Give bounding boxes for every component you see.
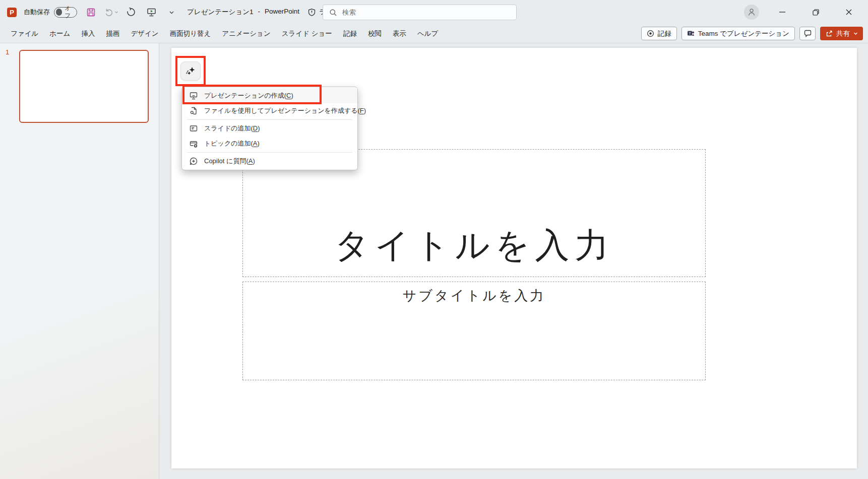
title-bar: P 自動保存 オフ [0, 0, 868, 24]
tab-file[interactable]: ファイル [5, 24, 44, 43]
ribbon-tabs: ファイル ホーム 挿入 描画 デザイン 画面切り替え アニメーション スライド … [5, 24, 444, 43]
toggle-knob [56, 9, 62, 16]
redo-button[interactable] [125, 6, 138, 19]
shield-exclamation-icon [307, 8, 316, 17]
title-separator: - [258, 8, 261, 17]
slide-thumbnail-1[interactable] [19, 50, 149, 123]
menu-separator [187, 119, 352, 120]
close-button[interactable] [839, 4, 859, 21]
teams-icon: T [687, 30, 695, 37]
autosave-label: 自動保存 [24, 8, 50, 17]
undo-button[interactable] [104, 6, 117, 19]
tab-help[interactable]: ヘルプ [412, 24, 444, 43]
account-avatar[interactable] [744, 5, 759, 20]
share-button-label: 共有 [836, 29, 850, 38]
slide-thumbnail-panel: 1 [0, 43, 159, 479]
save-button[interactable] [84, 6, 97, 19]
slide-number: 1 [6, 48, 9, 56]
tab-home[interactable]: ホーム [44, 24, 76, 43]
record-button[interactable]: 記録 [641, 27, 677, 40]
minimize-button[interactable] [772, 4, 792, 21]
tab-view[interactable]: 表示 [387, 24, 412, 43]
autosave-state: オフ [65, 5, 75, 20]
slideshow-podium-icon [146, 7, 157, 18]
teams-button-label: Teams でプレゼンテーション [698, 29, 789, 38]
copilot-button[interactable] [180, 61, 201, 81]
menu-item-label: ファイルを使用してプレゼンテーションを作成する(F) [204, 106, 366, 115]
file-search-icon [189, 106, 198, 115]
menu-item-label: トピックの追加(A) [204, 139, 260, 148]
window-title: プレゼンテーション1 - PowerPoint [187, 8, 299, 17]
menu-item-create-from-file[interactable]: ファイルを使用してプレゼンテーションを作成する(F) [182, 103, 357, 118]
copilot-dropdown-menu: プレゼンテーションの作成(C) ファイルを使用してプレゼンテーションを作成する(… [181, 87, 358, 170]
app-name: PowerPoint [265, 8, 299, 17]
autosave-control: 自動保存 オフ [24, 7, 77, 18]
tab-record[interactable]: 記録 [338, 24, 362, 43]
search-input[interactable] [342, 9, 493, 16]
tab-insert[interactable]: 挿入 [76, 24, 100, 43]
tab-transitions[interactable]: 画面切り替え [164, 24, 217, 43]
menu-item-label: Copilot に質問(A) [204, 157, 255, 166]
tab-review[interactable]: 校閲 [362, 24, 387, 43]
tab-draw[interactable]: 描画 [100, 24, 125, 43]
topic-add-icon [189, 139, 198, 148]
save-floppy-icon [86, 8, 96, 17]
search-icon [329, 9, 337, 17]
menu-separator [187, 152, 352, 153]
comments-button[interactable] [799, 27, 816, 40]
record-button-label: 記録 [658, 29, 671, 38]
menu-item-add-topic[interactable]: トピックの追加(A) [182, 136, 357, 151]
comment-bubble-icon [803, 29, 812, 38]
share-icon [825, 30, 833, 37]
record-dot-icon [647, 30, 654, 37]
document-title: プレゼンテーション1 [187, 8, 254, 17]
undo-icon [104, 7, 114, 17]
svg-text:T: T [689, 31, 691, 36]
search-box[interactable] [323, 5, 517, 20]
slide-text-icon [189, 124, 198, 133]
chat-add-icon [189, 157, 198, 166]
powerpoint-logo-icon: P [7, 8, 17, 17]
present-in-teams-button[interactable]: T Teams でプレゼンテーション [681, 27, 795, 40]
tab-animations[interactable]: アニメーション [216, 24, 276, 43]
autosave-toggle[interactable]: オフ [54, 7, 77, 18]
customize-toolbar-button[interactable] [165, 6, 178, 19]
tab-slideshow[interactable]: スライド ショー [276, 24, 338, 43]
menu-item-add-slide[interactable]: スライドの追加(D) [182, 121, 357, 136]
ribbon-tab-bar: ファイル ホーム 挿入 描画 デザイン 画面切り替え アニメーション スライド … [0, 24, 868, 43]
menu-item-create-presentation[interactable]: プレゼンテーションの作成(C) [182, 88, 357, 103]
menu-item-label: スライドの追加(D) [204, 124, 260, 133]
title-placeholder-text: タイトルを入力 [335, 223, 614, 268]
subtitle-placeholder[interactable]: サブタイトルを入力 [242, 282, 706, 380]
redo-icon [126, 7, 136, 17]
subtitle-placeholder-text: サブタイトルを入力 [403, 287, 545, 305]
share-button[interactable]: 共有 [820, 27, 863, 40]
tab-design[interactable]: デザイン [125, 24, 164, 43]
undo-dropdown-chevron-icon [114, 10, 118, 14]
chevron-down-icon [169, 10, 174, 15]
presentation-screen-icon [189, 91, 198, 100]
menu-item-label: プレゼンテーションの作成(C) [204, 91, 293, 100]
share-dropdown-chevron-icon [853, 31, 858, 36]
menu-item-ask-copilot[interactable]: Copilot に質問(A) [182, 154, 357, 169]
restore-button[interactable] [805, 4, 826, 21]
copilot-sparkle-icon [185, 65, 196, 77]
start-slideshow-button[interactable] [145, 6, 158, 19]
